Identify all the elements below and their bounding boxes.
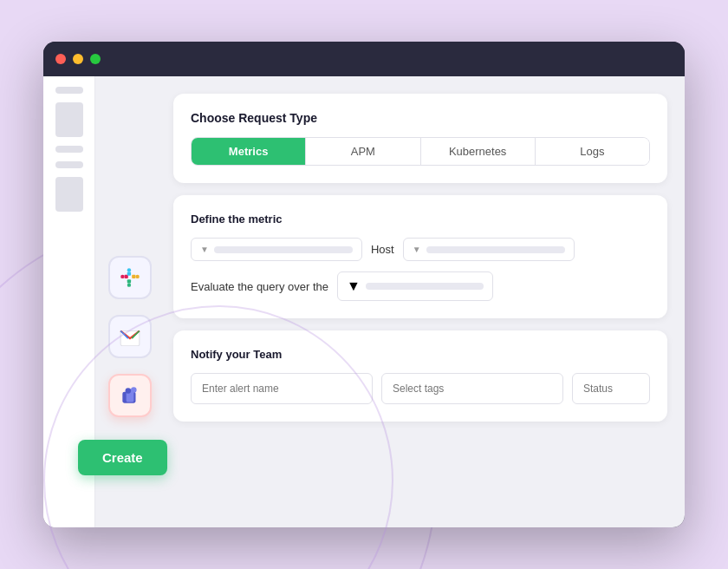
define-metric-title: Define the metric xyxy=(191,213,650,226)
define-metric-card: Define the metric ▼ Host ▼ Evaluate the … xyxy=(173,195,667,318)
evaluate-bar xyxy=(366,283,484,290)
chevron-down-icon: ▼ xyxy=(200,245,209,254)
teams-icon xyxy=(108,374,152,417)
request-type-tabs: Metrics APM Kubernetes Logs xyxy=(191,137,650,166)
sidebar-item xyxy=(55,177,83,212)
maximize-dot[interactable] xyxy=(90,54,101,64)
evaluate-label: Evaluate the query over the xyxy=(191,280,328,293)
evaluate-dropdown[interactable]: ▼ xyxy=(337,271,493,301)
host-label: Host xyxy=(371,243,394,256)
svg-rect-2 xyxy=(127,284,131,287)
metric-bar xyxy=(214,246,353,253)
gmail-icon-container[interactable] xyxy=(107,314,153,359)
sidebar-item xyxy=(55,102,83,137)
host-bar xyxy=(426,246,565,253)
chevron-down-icon: ▼ xyxy=(413,245,421,254)
close-dot[interactable] xyxy=(55,54,66,64)
notify-title: Notify your Team xyxy=(191,348,650,361)
metric-dropdown[interactable]: ▼ xyxy=(191,238,362,261)
status-input[interactable] xyxy=(572,373,650,404)
sidebar-item xyxy=(55,146,83,153)
request-type-card: Choose Request Type Metrics APM Kubernet… xyxy=(173,94,667,183)
chevron-down-icon: ▼ xyxy=(347,278,361,294)
sidebar-item xyxy=(55,87,83,94)
svg-rect-7 xyxy=(127,279,131,283)
svg-rect-5 xyxy=(127,272,131,276)
main-content: Choose Request Type Metrics APM Kubernet… xyxy=(165,76,685,527)
notify-fields xyxy=(191,373,650,404)
browser-titlebar xyxy=(43,42,685,76)
alert-name-input[interactable] xyxy=(191,373,373,404)
svg-rect-1 xyxy=(127,268,131,271)
svg-point-11 xyxy=(126,388,132,394)
host-dropdown[interactable]: ▼ xyxy=(403,238,575,261)
notify-card: Notify your Team xyxy=(173,330,667,422)
request-type-title: Choose Request Type xyxy=(191,111,650,125)
tab-logs[interactable]: Logs xyxy=(536,138,649,165)
svg-rect-3 xyxy=(136,275,140,278)
create-button[interactable]: Create xyxy=(78,440,167,475)
slack-icon-container[interactable] xyxy=(107,255,153,300)
tab-metrics[interactable]: Metrics xyxy=(192,138,306,165)
tags-input[interactable] xyxy=(381,373,563,404)
tab-apm[interactable]: APM xyxy=(306,138,420,165)
sidebar-item xyxy=(55,161,83,168)
metric-row-1: ▼ Host ▼ xyxy=(191,238,650,261)
tab-kubernetes[interactable]: Kubernetes xyxy=(421,138,536,165)
browser-window: Choose Request Type Metrics APM Kubernet… xyxy=(43,42,685,527)
gmail-icon xyxy=(108,315,152,358)
evaluate-row: Evaluate the query over the ▼ xyxy=(191,271,650,301)
create-button-wrapper: Create xyxy=(78,440,167,475)
minimize-dot[interactable] xyxy=(73,54,83,64)
svg-rect-6 xyxy=(132,275,135,278)
slack-icon xyxy=(108,256,152,299)
teams-icon-container[interactable] xyxy=(107,373,153,418)
svg-rect-0 xyxy=(120,275,124,278)
